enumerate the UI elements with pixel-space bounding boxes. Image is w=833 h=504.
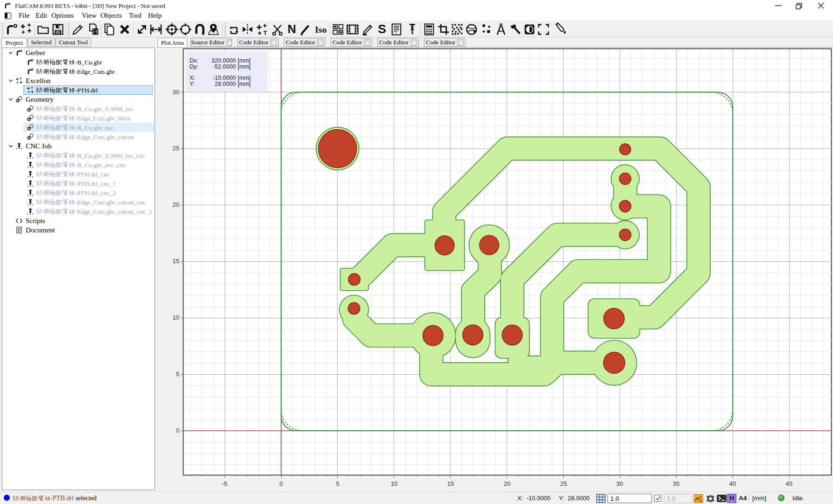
svg-text:N: N — [288, 22, 296, 35]
svg-text:Iso: Iso — [315, 25, 326, 35]
svg-text:S: S — [378, 22, 386, 36]
svg-text:T: T — [263, 30, 267, 36]
